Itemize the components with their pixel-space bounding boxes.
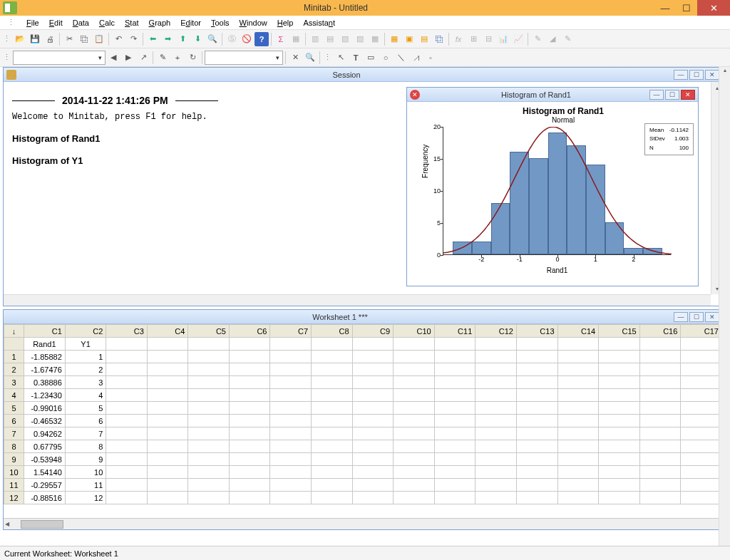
cell[interactable] bbox=[681, 440, 722, 453]
cell[interactable] bbox=[188, 440, 230, 453]
cell[interactable]: 9 bbox=[65, 453, 106, 466]
nav-prev-button[interactable]: ⬅ bbox=[145, 32, 160, 46]
layout-button[interactable]: ▦ bbox=[387, 32, 401, 46]
cell[interactable] bbox=[147, 415, 188, 427]
cell[interactable] bbox=[352, 479, 394, 492]
row-header[interactable]: 7 bbox=[4, 427, 24, 440]
layout-button[interactable]: ▣ bbox=[402, 32, 416, 46]
cell[interactable] bbox=[681, 492, 722, 504]
cell[interactable] bbox=[394, 389, 435, 402]
column-name-cell[interactable] bbox=[229, 338, 270, 351]
cell[interactable]: 11 bbox=[65, 479, 106, 492]
cell[interactable] bbox=[352, 453, 394, 466]
save-button[interactable]: 💾 bbox=[28, 32, 42, 46]
cell[interactable] bbox=[516, 427, 557, 440]
cell[interactable] bbox=[147, 402, 188, 415]
line-tool-button[interactable]: ＼ bbox=[394, 51, 408, 65]
column-header[interactable]: C14 bbox=[557, 325, 599, 338]
arrow-right-icon[interactable]: ▶ bbox=[121, 51, 135, 65]
cell[interactable] bbox=[188, 351, 230, 363]
cell[interactable] bbox=[394, 402, 435, 415]
cancel-button[interactable]: 🚫 bbox=[240, 32, 254, 46]
menu-data[interactable]: Data bbox=[68, 17, 93, 28]
redo-button[interactable]: ↷ bbox=[126, 32, 140, 46]
row-header[interactable]: 11 bbox=[4, 479, 24, 492]
copy-button[interactable]: ⿻ bbox=[77, 32, 91, 46]
cell[interactable]: 6 bbox=[65, 415, 106, 427]
column-header[interactable]: C13 bbox=[516, 325, 557, 338]
cell[interactable]: -1.67476 bbox=[24, 363, 65, 376]
cell[interactable] bbox=[270, 440, 312, 453]
cell[interactable] bbox=[352, 389, 394, 402]
cell[interactable] bbox=[639, 466, 681, 479]
maximize-button[interactable]: ☐ bbox=[689, 312, 704, 322]
cell[interactable] bbox=[229, 363, 270, 376]
cell[interactable] bbox=[394, 479, 435, 492]
cell[interactable]: 0.67795 bbox=[24, 440, 65, 453]
cell[interactable] bbox=[352, 351, 394, 363]
cell[interactable] bbox=[681, 351, 722, 363]
column-name-cell[interactable]: Rand1 bbox=[24, 338, 65, 351]
cell[interactable] bbox=[557, 363, 599, 376]
cell[interactable] bbox=[270, 363, 312, 376]
cell[interactable]: -0.29557 bbox=[24, 479, 65, 492]
cell[interactable]: -1.23430 bbox=[24, 389, 65, 402]
cell[interactable] bbox=[434, 376, 475, 389]
cell[interactable] bbox=[599, 427, 640, 440]
cell[interactable]: -0.99016 bbox=[24, 402, 65, 415]
cell[interactable] bbox=[270, 415, 312, 427]
column-header[interactable]: C8 bbox=[312, 325, 353, 338]
cell[interactable] bbox=[639, 351, 681, 363]
cell[interactable]: 2 bbox=[65, 363, 106, 376]
worksheet-titlebar[interactable]: Worksheet 1 *** — ☐ ✕ bbox=[4, 310, 722, 324]
cell[interactable] bbox=[270, 479, 312, 492]
cell[interactable] bbox=[147, 363, 188, 376]
cell[interactable] bbox=[147, 479, 188, 492]
menu-edit[interactable]: Edit bbox=[45, 17, 67, 28]
cell[interactable] bbox=[639, 453, 681, 466]
minimize-button[interactable]: — bbox=[654, 0, 676, 16]
cell[interactable]: 0.38886 bbox=[24, 376, 65, 389]
cell[interactable] bbox=[475, 466, 517, 479]
sum-button[interactable]: Σ bbox=[274, 32, 288, 46]
cell[interactable] bbox=[270, 389, 312, 402]
column-header[interactable]: C5 bbox=[188, 325, 230, 338]
cell[interactable] bbox=[599, 351, 640, 363]
cell[interactable]: 8 bbox=[65, 440, 106, 453]
cell[interactable] bbox=[106, 376, 148, 389]
cell[interactable] bbox=[312, 389, 353, 402]
menu-editor[interactable]: Editor bbox=[176, 17, 205, 28]
cell[interactable] bbox=[681, 427, 722, 440]
cell[interactable] bbox=[434, 351, 475, 363]
cell[interactable] bbox=[188, 376, 230, 389]
column-header[interactable]: C7 bbox=[270, 325, 312, 338]
column-name-cell[interactable] bbox=[394, 338, 435, 351]
cell[interactable] bbox=[434, 440, 475, 453]
close-button[interactable]: ✕ bbox=[705, 312, 719, 322]
cell[interactable] bbox=[557, 351, 599, 363]
cell[interactable] bbox=[516, 453, 557, 466]
cell[interactable] bbox=[106, 479, 148, 492]
cell[interactable] bbox=[599, 440, 640, 453]
cell[interactable] bbox=[475, 479, 517, 492]
row-header[interactable]: 8 bbox=[4, 440, 24, 453]
cell[interactable] bbox=[229, 479, 270, 492]
menu-tools[interactable]: Tools bbox=[207, 17, 234, 28]
cell[interactable] bbox=[475, 402, 517, 415]
edit-button[interactable]: ✎ bbox=[155, 51, 170, 65]
cut-button[interactable]: ✂ bbox=[62, 32, 76, 46]
column-header[interactable]: C1 bbox=[24, 325, 65, 338]
cell[interactable] bbox=[147, 351, 188, 363]
menu-window[interactable]: Window bbox=[235, 17, 272, 28]
cell[interactable] bbox=[106, 351, 148, 363]
layout-button[interactable]: ⿻ bbox=[432, 32, 446, 46]
column-header[interactable]: C17 bbox=[681, 325, 722, 338]
cell[interactable] bbox=[557, 376, 599, 389]
cell[interactable] bbox=[394, 440, 435, 453]
column-name-cell[interactable] bbox=[106, 338, 148, 351]
cell[interactable] bbox=[475, 492, 517, 504]
cell[interactable] bbox=[188, 363, 230, 376]
cell[interactable]: 12 bbox=[65, 492, 106, 504]
close-button[interactable]: ✕ bbox=[705, 70, 719, 80]
cell[interactable]: 3 bbox=[65, 376, 106, 389]
